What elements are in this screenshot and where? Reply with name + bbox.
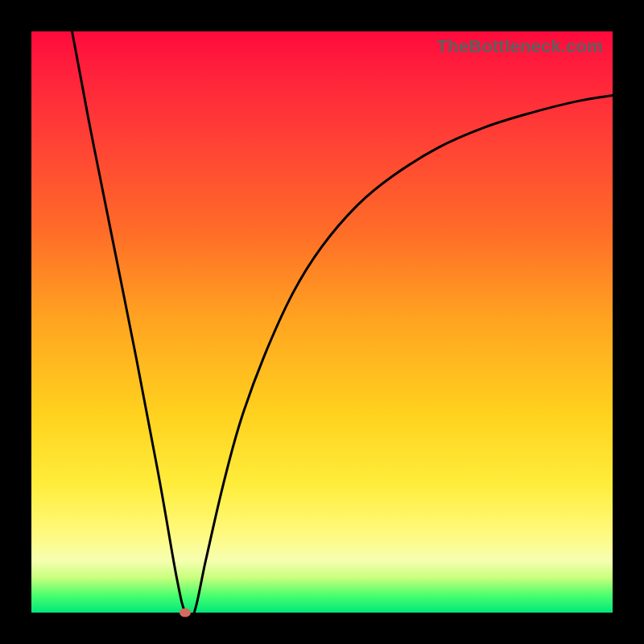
chart-frame: TheBottleneck.com <box>0 0 644 644</box>
bottleneck-curve <box>31 31 613 613</box>
minimum-marker <box>180 609 191 617</box>
plot-area: TheBottleneck.com <box>31 31 613 613</box>
curve-path <box>72 31 613 613</box>
